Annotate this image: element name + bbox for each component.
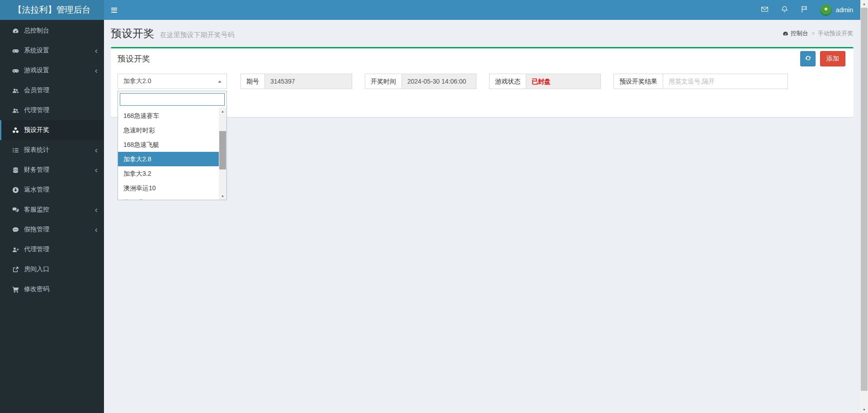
gamepad-icon: [11, 47, 20, 54]
chevron-left-icon: ‹: [95, 226, 98, 233]
sidebar-item-game-settings[interactable]: 游戏设置 ‹: [0, 61, 104, 80]
chevron-left-icon: ‹: [95, 47, 98, 54]
sidebar-item-system-settings[interactable]: 系统设置 ‹: [0, 41, 104, 61]
comments-icon: [11, 206, 20, 213]
comment-dots-icon: [11, 226, 20, 233]
dropdown-option[interactable]: 168急速飞艇: [118, 137, 219, 152]
sidebar-item-label: 房间入口: [24, 265, 49, 273]
sidebar-item-label: 游戏设置: [24, 66, 49, 75]
sidebar-toggle-button[interactable]: [104, 0, 124, 20]
game-status-value: 已封盘: [526, 74, 601, 89]
users-icon: [11, 87, 20, 94]
sidebar-item-label: 返水管理: [24, 186, 49, 194]
sidebar-item-label: 财务管理: [24, 166, 49, 174]
game-select-wrap: 加拿大2.0 168急速赛车 急速时时彩 168急速飞艇 加拿大2.8 加拿大3…: [118, 74, 227, 89]
box-body: 加拿大2.0 168急速赛车 急速时时彩 168急速飞艇 加拿大2.8 加拿大3…: [111, 69, 854, 116]
breadcrumb-home-link[interactable]: 控制台: [783, 29, 808, 38]
cubes-icon: [11, 127, 20, 134]
preset-result-group: 预设开奖结果: [613, 74, 788, 89]
dropdown-scrollbar: ▲ ▼: [219, 108, 226, 200]
messages-button[interactable]: [755, 0, 775, 20]
cart-icon: [11, 286, 20, 293]
game-select-dropdown: 168急速赛车 急速时时彩 168急速飞艇 加拿大2.8 加拿大3.2 澳洲幸运…: [118, 91, 227, 200]
sidebar: 总控制台 系统设置 ‹ 游戏设置 ‹ 会员管理 代理管理: [0, 20, 104, 413]
database-icon: [11, 167, 20, 174]
dropdown-option-list: 168急速赛车 急速时时彩 168急速飞艇 加拿大2.8 加拿大3.2 澳洲幸运…: [118, 108, 226, 200]
share-square-icon: [11, 266, 20, 273]
preset-form-row: 加拿大2.0 168急速赛车 急速时时彩 168急速飞艇 加拿大2.8 加拿大3…: [118, 74, 847, 89]
add-button[interactable]: 添加: [820, 51, 845, 66]
game-select[interactable]: 加拿大2.0: [118, 74, 227, 89]
dropdown-option[interactable]: 澳洲幸运10: [118, 181, 219, 195]
box-header: 预设开奖 添加: [111, 48, 854, 69]
dropdown-option[interactable]: 比特币: [118, 195, 219, 200]
scroll-down-button[interactable]: ▼: [219, 192, 226, 200]
draw-time-input: [401, 74, 476, 89]
notifications-button[interactable]: [775, 0, 795, 20]
game-select-value: 加拿大2.0: [123, 77, 151, 85]
page-scrollbar: ▲ ▼: [860, 0, 868, 413]
sidebar-item-service-monitor[interactable]: 客服监控 ‹: [0, 200, 104, 220]
sidebar-item-fake-drag[interactable]: 假拖管理 ‹: [0, 220, 104, 239]
issue-label: 期号: [241, 74, 264, 89]
dropdown-option-selected[interactable]: 加拿大2.8: [118, 152, 219, 166]
box-title: 预设开奖: [118, 53, 150, 64]
sidebar-item-change-password[interactable]: 修改密码: [0, 279, 104, 299]
sidebar-item-label: 修改密码: [24, 285, 49, 293]
sidebar-item-label: 会员管理: [24, 86, 49, 94]
sidebar-item-label: 假拖管理: [24, 225, 49, 234]
sidebar-item-reports[interactable]: 报表统计 ‹: [0, 140, 104, 160]
envelope-icon: [761, 5, 769, 15]
dropdown-option[interactable]: 168急速赛车: [118, 108, 219, 123]
breadcrumb-home-label: 控制台: [791, 29, 808, 38]
draw-time-group: 开奖时间: [365, 74, 476, 89]
tachometer-icon: [11, 28, 20, 34]
username: admin: [836, 6, 853, 14]
issue-input: [264, 74, 352, 89]
sidebar-item-rebate[interactable]: 返水管理: [0, 180, 104, 200]
avatar: [820, 4, 832, 16]
game-status-group: 游戏状态 已封盘: [489, 74, 601, 89]
dropdown-scrollbar-thumb[interactable]: [219, 131, 226, 169]
arrow-circle-down-icon: [11, 187, 20, 193]
user-menu[interactable]: admin: [815, 0, 859, 20]
page-subtitle: 在这里预设下期开奖号码: [160, 31, 234, 38]
scroll-up-button[interactable]: ▲: [860, 0, 868, 7]
refresh-icon: [805, 55, 811, 63]
page-scrollbar-thumb[interactable]: [861, 8, 868, 391]
refresh-button[interactable]: [800, 51, 816, 66]
draw-time-label: 开奖时间: [365, 74, 401, 89]
sidebar-item-dashboard[interactable]: 总控制台: [0, 21, 104, 41]
dropdown-results: 168急速赛车 急速时时彩 168急速飞艇 加拿大2.8 加拿大3.2 澳洲幸运…: [118, 108, 226, 200]
page-title: 预设开奖: [111, 27, 154, 39]
breadcrumb-separator: >: [811, 30, 815, 37]
users-icon: [11, 107, 20, 114]
dropdown-option[interactable]: 加拿大3.2: [118, 166, 219, 181]
preset-draw-box: 预设开奖 添加 加拿大2.0: [111, 47, 854, 117]
sidebar-item-agent-admin[interactable]: 代理管理: [0, 239, 104, 259]
breadcrumb: 控制台 > 手动预设开奖: [783, 29, 853, 38]
sidebar-item-finance[interactable]: 财务管理 ‹: [0, 160, 104, 180]
flag-icon: [801, 5, 808, 15]
sidebar-item-preset-draw[interactable]: 预设开奖: [0, 120, 104, 140]
scroll-up-button[interactable]: ▲: [219, 108, 226, 115]
chevron-left-icon: ‹: [95, 147, 98, 153]
sidebar-item-label: 代理管理: [24, 245, 49, 253]
tachometer-icon: [783, 31, 788, 37]
sidebar-item-label: 系统设置: [24, 47, 49, 55]
list-icon: [11, 147, 20, 154]
flag-button[interactable]: [795, 0, 815, 20]
sidebar-item-room-entry[interactable]: 房间入口: [0, 259, 104, 279]
preset-result-input[interactable]: [663, 74, 788, 89]
dropdown-search-input[interactable]: [120, 93, 225, 106]
game-status-label: 游戏状态: [489, 74, 526, 89]
sidebar-item-agents[interactable]: 代理管理: [0, 100, 104, 120]
dropdown-option[interactable]: 急速时时彩: [118, 123, 219, 137]
main-content: 预设开奖 在这里预设下期开奖号码 控制台 > 手动预设开奖 预设开奖 添加: [104, 20, 860, 413]
app-logo[interactable]: 【法拉利】管理后台: [0, 0, 104, 20]
sidebar-item-members[interactable]: 会员管理: [0, 80, 104, 100]
scroll-down-button[interactable]: ▼: [860, 406, 868, 413]
chevron-left-icon: ‹: [95, 67, 98, 74]
caret-up-icon: [218, 80, 222, 83]
issue-group: 期号: [241, 74, 352, 89]
